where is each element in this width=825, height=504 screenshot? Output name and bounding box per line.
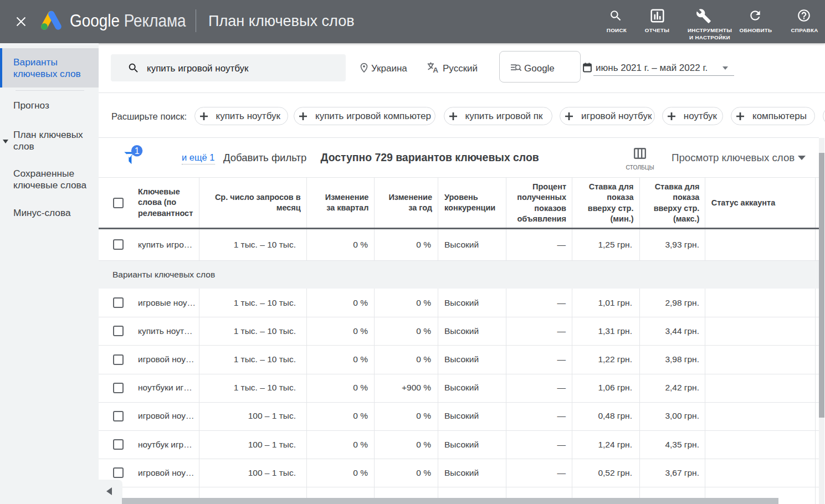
svg-text:1: 1: [135, 146, 140, 156]
svg-text:A: A: [433, 66, 438, 74]
